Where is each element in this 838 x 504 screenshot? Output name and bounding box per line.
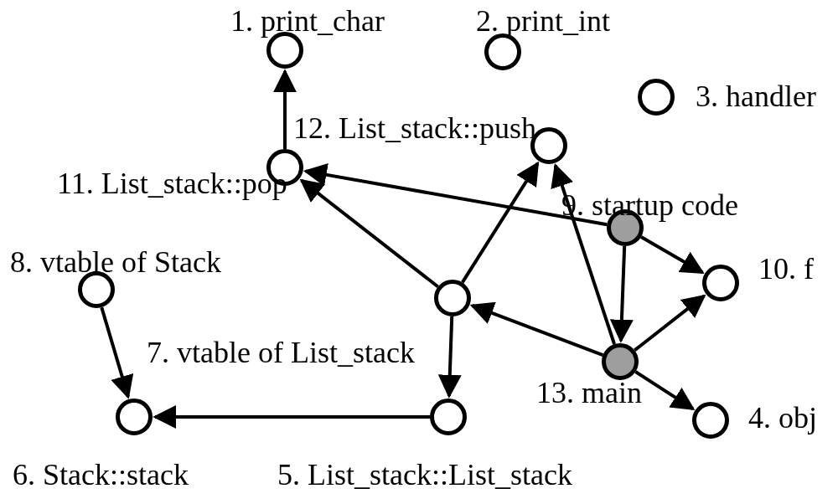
edge-n7-n12 — [463, 163, 538, 282]
label-main: 13. main — [536, 377, 642, 410]
label-print-char: 1. print_char — [230, 5, 385, 39]
node-f — [702, 265, 739, 301]
node-vtable-list-stack — [434, 280, 471, 316]
node-stack-ctor — [116, 399, 153, 435]
edge-n9-n10 — [641, 237, 702, 272]
edge-n7-n11 — [302, 180, 438, 286]
node-main — [602, 343, 639, 380]
edge-n8-n6 — [101, 307, 128, 397]
label-handler: 3. handler — [696, 80, 816, 114]
label-vtable-stack: 8. vtable of Stack — [10, 246, 221, 280]
edge-n9-n13 — [621, 246, 624, 341]
label-startup-code: 9. startup code — [561, 189, 738, 223]
label-list-stack-ctor: 5. List_stack::List_stack — [277, 459, 572, 492]
node-print-int — [484, 33, 521, 70]
label-list-stack-push: 12. List_stack::push — [293, 112, 536, 146]
label-obj: 4. obj — [748, 402, 817, 435]
edge-n13-n7 — [472, 306, 603, 355]
label-vtable-list-stack: 7. vtable of List_stack — [147, 337, 415, 370]
edge-n13-n4 — [635, 372, 693, 409]
label-list-stack-pop: 11. List_stack::pop — [57, 167, 287, 201]
label-f: 10. f — [758, 253, 814, 286]
label-stack-ctor: 6. Stack::stack — [13, 459, 189, 492]
node-handler — [638, 79, 675, 116]
node-obj — [692, 402, 729, 439]
node-list-stack-ctor — [430, 399, 467, 435]
label-print-int: 2. print_int — [476, 5, 610, 39]
call-graph-diagram: 1. print_char 2. print_int 3. handler 4.… — [0, 0, 838, 504]
edge-n13-n10 — [634, 296, 704, 350]
edge-n7-n5 — [449, 316, 452, 396]
